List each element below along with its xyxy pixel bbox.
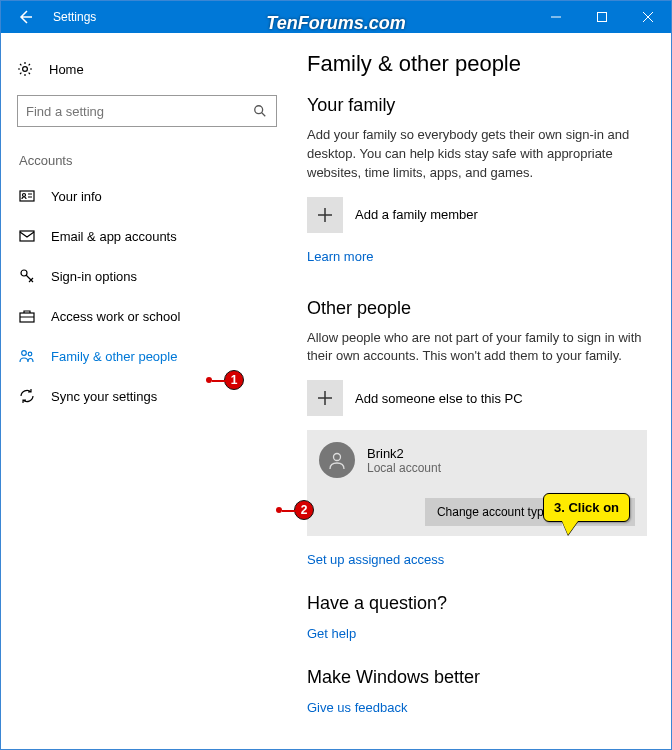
nav-label: Email & app accounts — [51, 229, 177, 244]
callout-text: 3. Click on — [554, 500, 619, 515]
key-icon — [19, 268, 35, 284]
better-heading: Make Windows better — [307, 667, 647, 688]
plus-box — [307, 197, 343, 233]
people-icon — [19, 348, 35, 364]
search-box[interactable] — [17, 95, 277, 127]
question-heading: Have a question? — [307, 593, 647, 614]
add-family-label: Add a family member — [355, 207, 478, 222]
annotation-marker-1: 1 — [224, 370, 244, 390]
window-title: Settings — [49, 10, 96, 24]
page-title: Family & other people — [307, 51, 647, 77]
sidebar-item-work[interactable]: Access work or school — [17, 296, 287, 336]
mail-icon — [19, 228, 35, 244]
title-bar: Settings — [1, 1, 671, 33]
avatar — [319, 442, 355, 478]
arrow-left-icon — [17, 9, 33, 25]
sync-icon — [19, 388, 35, 404]
maximize-button[interactable] — [579, 1, 625, 33]
close-icon — [643, 12, 653, 22]
person-card-icon — [19, 188, 35, 204]
svg-point-2 — [255, 106, 263, 114]
plus-icon — [318, 208, 332, 222]
close-button[interactable] — [625, 1, 671, 33]
learn-more-link[interactable]: Learn more — [307, 249, 373, 264]
search-icon-wrap — [244, 104, 276, 118]
feedback-link[interactable]: Give us feedback — [307, 700, 407, 715]
nav-label: Sync your settings — [51, 389, 157, 404]
window-controls — [533, 1, 671, 33]
plus-icon — [318, 391, 332, 405]
svg-point-4 — [23, 194, 26, 197]
svg-rect-5 — [20, 231, 34, 241]
svg-rect-3 — [20, 191, 34, 201]
nav-label: Access work or school — [51, 309, 180, 324]
get-help-link[interactable]: Get help — [307, 626, 356, 641]
sidebar-item-email[interactable]: Email & app accounts — [17, 216, 287, 256]
gear-icon — [17, 61, 33, 77]
maximize-icon — [597, 12, 607, 22]
main-content: Family & other people Your family Add yo… — [291, 33, 671, 749]
user-type: Local account — [367, 461, 441, 475]
add-other-label: Add someone else to this PC — [355, 391, 523, 406]
search-input[interactable] — [18, 104, 244, 119]
other-description: Allow people who are not part of your fa… — [307, 329, 647, 367]
search-icon — [253, 104, 267, 118]
svg-point-1 — [23, 67, 28, 72]
svg-point-10 — [334, 454, 341, 461]
other-heading: Other people — [307, 298, 647, 319]
family-description: Add your family so everybody gets their … — [307, 126, 647, 183]
user-name: Brink2 — [367, 446, 441, 461]
minimize-icon — [551, 12, 561, 22]
add-other-button[interactable]: Add someone else to this PC — [307, 380, 647, 416]
sidebar-item-sync[interactable]: Sync your settings — [17, 376, 287, 416]
plus-box — [307, 380, 343, 416]
svg-point-9 — [28, 352, 32, 356]
home-button[interactable]: Home — [17, 49, 287, 89]
sidebar: Home Accounts Your info Email & app acco… — [1, 33, 291, 749]
annotation-callout: 3. Click on — [543, 493, 630, 522]
back-button[interactable] — [1, 1, 49, 33]
nav-label: Your info — [51, 189, 102, 204]
minimize-button[interactable] — [533, 1, 579, 33]
svg-rect-0 — [598, 13, 607, 22]
change-account-type-button[interactable]: Change account type — [425, 498, 562, 526]
family-heading: Your family — [307, 95, 647, 116]
sidebar-item-family[interactable]: Family & other people — [17, 336, 287, 376]
sidebar-item-signin[interactable]: Sign-in options — [17, 256, 287, 296]
svg-point-8 — [22, 351, 27, 356]
briefcase-icon — [19, 308, 35, 324]
sidebar-item-your-info[interactable]: Your info — [17, 176, 287, 216]
section-label: Accounts — [17, 153, 287, 168]
assigned-access-link[interactable]: Set up assigned access — [307, 552, 444, 567]
add-family-button[interactable]: Add a family member — [307, 197, 647, 233]
home-label: Home — [49, 62, 84, 77]
annotation-marker-2: 2 — [294, 500, 314, 520]
nav-label: Sign-in options — [51, 269, 137, 284]
person-icon — [327, 450, 347, 470]
nav-label: Family & other people — [51, 349, 177, 364]
